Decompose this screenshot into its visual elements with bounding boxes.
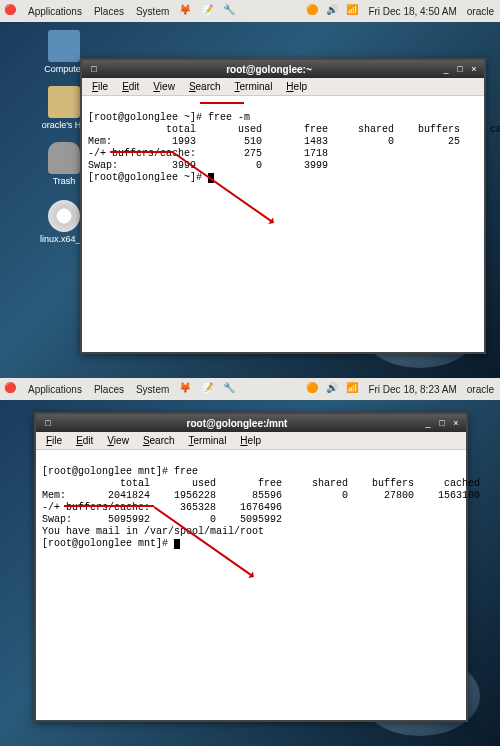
prompt: [root@golonglee ~]# [88,112,208,123]
update-icon[interactable]: 🟠 [306,4,320,18]
terminal-output[interactable]: [root@golonglee mnt]# free total used fr… [36,450,466,590]
volume-icon[interactable]: 🔊 [326,382,340,396]
output-mem: Mem: 1993 510 1483 0 25 208 [88,136,500,147]
trash-icon [48,142,80,174]
annotation-underline [64,505,154,507]
menu-applications[interactable]: Applications [26,384,84,395]
window-title: root@golonglee:/mnt [54,418,420,429]
clock[interactable]: Fri Dec 18, 8:23 AM [366,384,458,395]
menubar: File Edit View Search Terminal Help [36,432,466,450]
distro-icon[interactable]: 🔴 [4,382,18,396]
menu-system[interactable]: System [134,384,171,395]
output-header: total used free shared buffers cached [42,478,480,489]
output-buf: -/+ buffers/cache: 275 1718 [88,148,328,159]
menu-search[interactable]: Search [183,80,227,93]
titlebar[interactable]: □ root@golonglee:~ _ □ × [82,60,484,78]
note-icon[interactable]: 📝 [201,4,215,18]
menu-terminal[interactable]: Terminal [183,434,233,447]
close-button[interactable]: × [450,417,462,429]
user-label[interactable]: oracle [465,384,496,395]
prompt: [root@golonglee ~]# [88,172,208,183]
monitor-icon [48,30,80,62]
disc-icon [48,200,80,232]
window-title: root@golonglee:~ [100,64,438,75]
tool-icon[interactable]: 🔧 [223,382,237,396]
firefox-icon[interactable]: 🦊 [179,382,193,396]
menu-file[interactable]: File [40,434,68,447]
menu-applications[interactable]: Applications [26,6,84,17]
maximize-button[interactable]: □ [436,417,448,429]
maximize-button[interactable]: □ [454,63,466,75]
prompt-cmd: [root@golonglee mnt]# free [42,466,198,477]
desktop-top: 🔴 Applications Places System 🦊 📝 🔧 🟠 🔊 📶… [0,0,500,378]
app-icon: □ [88,63,100,75]
tool-icon[interactable]: 🔧 [223,4,237,18]
top-panel-1: 🔴 Applications Places System 🦊 📝 🔧 🟠 🔊 📶… [0,0,500,22]
firefox-icon[interactable]: 🦊 [179,4,193,18]
menu-search[interactable]: Search [137,434,181,447]
menu-system[interactable]: System [134,6,171,17]
volume-icon[interactable]: 🔊 [326,4,340,18]
network-icon[interactable]: 📶 [346,382,360,396]
distro-icon[interactable]: 🔴 [4,4,18,18]
annotation-underline [110,151,174,153]
annotation-underline [200,102,244,104]
titlebar[interactable]: □ root@golonglee:/mnt _ □ × [36,414,466,432]
menu-help[interactable]: Help [280,80,313,93]
terminal-window-2: □ root@golonglee:/mnt _ □ × File Edit Vi… [34,412,468,722]
user-label[interactable]: oracle [465,6,496,17]
network-icon[interactable]: 📶 [346,4,360,18]
output-swap: Swap: 5095992 0 5095992 [42,514,282,525]
menu-help[interactable]: Help [234,434,267,447]
output-swap: Swap: 3999 0 3999 [88,160,328,171]
menu-edit[interactable]: Edit [70,434,99,447]
terminal-output[interactable]: [root@golonglee ~]# free -m total used f… [82,96,484,236]
folder-icon [48,86,80,118]
output-header: total used free shared buffers cached [88,124,500,135]
app-icon: □ [42,417,54,429]
menu-terminal[interactable]: Terminal [229,80,279,93]
output-mem: Mem: 2041824 1956228 85596 0 27800 15631… [42,490,480,501]
menubar: File Edit View Search Terminal Help [82,78,484,96]
top-panel-2: 🔴 Applications Places System 🦊 📝 🔧 🟠 🔊 📶… [0,378,500,400]
command: free -m [208,112,250,123]
menu-view[interactable]: View [101,434,135,447]
desktop-bottom: 🔴 Applications Places System 🦊 📝 🔧 🟠 🔊 📶… [0,378,500,746]
menu-file[interactable]: File [86,80,114,93]
menu-places[interactable]: Places [92,6,126,17]
update-icon[interactable]: 🟠 [306,382,320,396]
note-icon[interactable]: 📝 [201,382,215,396]
menu-view[interactable]: View [147,80,181,93]
menu-places[interactable]: Places [92,384,126,395]
close-button[interactable]: × [468,63,480,75]
terminal-window-1: □ root@golonglee:~ _ □ × File Edit View … [80,58,486,354]
cursor [174,539,180,549]
clock[interactable]: Fri Dec 18, 4:50 AM [366,6,458,17]
minimize-button[interactable]: _ [440,63,452,75]
prompt: [root@golonglee mnt]# [42,538,174,549]
output-mail: You have mail in /var/spool/mail/root [42,526,264,537]
menu-edit[interactable]: Edit [116,80,145,93]
minimize-button[interactable]: _ [422,417,434,429]
